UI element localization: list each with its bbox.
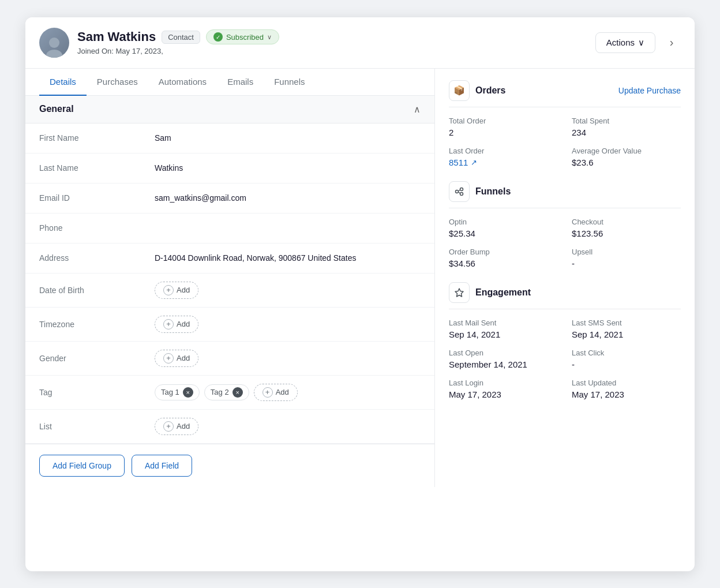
- add-list-button[interactable]: + Add: [155, 418, 198, 435]
- field-row-list: List + Add: [25, 410, 434, 444]
- order-bump-label: Order Bump: [449, 248, 558, 256]
- actions-button[interactable]: Actions ∨: [595, 32, 655, 53]
- funnels-icon: [449, 181, 470, 202]
- add-timezone-label: Add: [177, 320, 190, 328]
- stat-last-sms: Last SMS Sent Sep 14, 2021: [572, 319, 681, 339]
- field-row-phone: Phone: [25, 214, 434, 244]
- tag-1-remove-icon[interactable]: ×: [183, 387, 193, 398]
- tag-1-label: Tag 1: [161, 388, 179, 396]
- lastname-label: Last Name: [39, 163, 155, 173]
- total-spent-label: Total Spent: [572, 117, 681, 125]
- avg-order-value: $23.6: [572, 158, 681, 167]
- add-field-button[interactable]: Add Field: [132, 455, 192, 477]
- email-label: Email ID: [39, 193, 155, 203]
- orders-header: 📦 Orders Update Purchase: [449, 80, 681, 107]
- orders-stats: Total Order 2 Total Spent 234 Last Order…: [449, 117, 681, 167]
- add-gender-label: Add: [177, 354, 190, 362]
- funnels-title: Funnels: [449, 181, 511, 202]
- add-list-circle-icon: +: [163, 421, 174, 432]
- tag-2-remove-icon[interactable]: ×: [232, 387, 243, 398]
- stat-order-bump: Order Bump $34.56: [449, 248, 558, 268]
- list-label: List: [39, 422, 155, 431]
- orders-icon: 📦: [449, 80, 470, 101]
- gender-label: Gender: [39, 354, 155, 363]
- last-open-value: September 14, 2021: [449, 359, 558, 369]
- field-row-firstname: First Name Sam: [25, 123, 434, 153]
- add-gender-circle-icon: +: [163, 353, 174, 364]
- optin-label: Optin: [449, 218, 558, 226]
- external-link-icon: ↗: [471, 158, 477, 167]
- subscribed-check-icon: ✓: [213, 32, 223, 42]
- main-container: Sam Watkins Contact ✓ Subscribed ∨ Joine…: [25, 17, 695, 571]
- field-row-address: Address D-14004 Downlink Road, Norwak, 9…: [25, 244, 434, 274]
- right-panel: 📦 Orders Update Purchase Total Order 2 T…: [435, 69, 695, 487]
- field-row-email: Email ID sam_watkins@gmail.com: [25, 183, 434, 214]
- avg-order-label: Average Order Value: [572, 147, 681, 155]
- order-bump-value: $34.56: [449, 259, 558, 268]
- last-updated-value: May 17, 2023: [572, 389, 681, 399]
- stat-last-login: Last Login May 17, 2023: [449, 379, 558, 399]
- last-open-label: Last Open: [449, 349, 558, 357]
- actions-label: Actions: [606, 38, 635, 47]
- tabs: Details Purchases Automations Emails Fun…: [25, 69, 434, 96]
- add-list-label: Add: [177, 422, 190, 430]
- add-gender-button[interactable]: + Add: [155, 350, 198, 367]
- svg-point-2: [456, 190, 459, 193]
- name-row: Sam Watkins Contact ✓ Subscribed ∨: [77, 29, 595, 44]
- add-timezone-button[interactable]: + Add: [155, 316, 198, 333]
- last-order-label: Last Order: [449, 147, 558, 155]
- stat-last-mail: Last Mail Sent Sep 14, 2021: [449, 319, 558, 339]
- svg-line-5: [459, 190, 460, 191]
- stat-total-order: Total Order 2: [449, 117, 558, 137]
- stat-last-order: Last Order 8511 ↗: [449, 147, 558, 167]
- field-row-timezone: Timezone + Add: [25, 308, 434, 342]
- subscribed-label: Subscribed: [226, 33, 264, 42]
- svg-point-3: [460, 188, 463, 190]
- timezone-label: Timezone: [39, 320, 155, 329]
- header-info: Sam Watkins Contact ✓ Subscribed ∨ Joine…: [77, 29, 595, 55]
- funnels-header: Funnels: [449, 181, 681, 208]
- last-order-value[interactable]: 8511 ↗: [449, 158, 558, 167]
- phone-label: Phone: [39, 223, 155, 233]
- email-value: sam_watkins@gmail.com: [155, 193, 421, 203]
- svg-point-4: [460, 192, 463, 195]
- address-value: D-14004 Downlink Road, Norwak, 900867 Un…: [155, 253, 421, 263]
- header-actions: Actions ∨ ›: [595, 32, 681, 53]
- main-layout: Details Purchases Automations Emails Fun…: [25, 69, 695, 487]
- add-dob-button[interactable]: + Add: [155, 282, 198, 299]
- last-sms-value: Sep 14, 2021: [572, 329, 681, 339]
- tab-emails[interactable]: Emails: [217, 69, 264, 96]
- contact-name: Sam Watkins: [77, 29, 156, 44]
- collapse-button[interactable]: ∧: [414, 104, 421, 115]
- subscribed-badge[interactable]: ✓ Subscribed ∨: [206, 29, 279, 44]
- stat-upsell: Upsell -: [572, 248, 681, 268]
- orders-title-label: Orders: [475, 85, 505, 96]
- join-date: Joined On: May 17, 2023,: [77, 47, 595, 55]
- funnels-section: Funnels Optin $25.34 Checkout $123.56 Or…: [449, 181, 681, 268]
- add-field-group-button[interactable]: Add Field Group: [39, 455, 125, 477]
- tag-chip-1: Tag 1 ×: [155, 384, 200, 400]
- last-click-label: Last Click: [572, 349, 681, 357]
- engagement-header: Engagement: [449, 282, 681, 309]
- update-purchase-link[interactable]: Update Purchase: [618, 86, 681, 95]
- stat-avg-order-value: Average Order Value $23.6: [572, 147, 681, 167]
- orders-title: 📦 Orders: [449, 80, 505, 101]
- form-area: General ∧ First Name Sam Last Name Watki…: [25, 96, 434, 444]
- last-click-value: -: [572, 359, 681, 369]
- add-tag-circle-icon: +: [262, 387, 273, 398]
- close-button[interactable]: ›: [662, 33, 681, 52]
- tab-details[interactable]: Details: [39, 69, 87, 96]
- upsell-label: Upsell: [572, 248, 681, 256]
- tab-funnels[interactable]: Funnels: [264, 69, 315, 96]
- firstname-value: Sam: [155, 133, 421, 143]
- tab-purchases[interactable]: Purchases: [87, 69, 148, 96]
- dob-label: Date of Birth: [39, 286, 155, 295]
- tag-label: Tag: [39, 388, 155, 397]
- checkout-value: $123.56: [572, 229, 681, 238]
- add-tag-button[interactable]: + Add: [254, 384, 298, 401]
- upsell-value: -: [572, 259, 681, 268]
- field-row-lastname: Last Name Watkins: [25, 153, 434, 183]
- tab-automations[interactable]: Automations: [148, 69, 217, 96]
- tag-chip-2: Tag 2 ×: [204, 384, 249, 400]
- stat-total-spent: Total Spent 234: [572, 117, 681, 137]
